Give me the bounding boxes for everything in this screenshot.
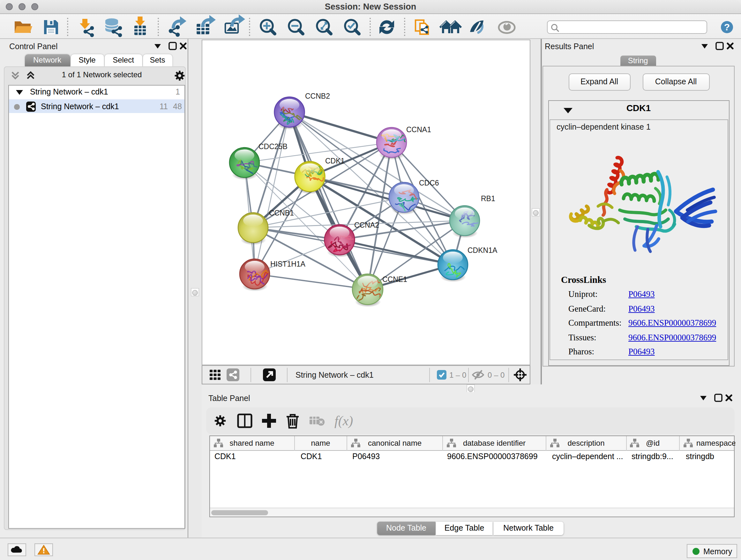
svg-text:CCNB2: CCNB2 xyxy=(305,91,330,100)
svg-text:CCNA2: CCNA2 xyxy=(354,221,379,229)
svg-text:HIST1H1A: HIST1H1A xyxy=(270,260,306,268)
svg-text:?: ? xyxy=(724,21,730,32)
svg-text:CCNE1: CCNE1 xyxy=(382,275,407,283)
svg-text:CDC6: CDC6 xyxy=(419,179,439,187)
svg-text:CCNA1: CCNA1 xyxy=(406,125,431,133)
svg-text:1 – 0: 1 – 0 xyxy=(449,370,466,379)
svg-text:CDC25B: CDC25B xyxy=(258,142,287,150)
svg-text:0 – 0: 0 – 0 xyxy=(487,370,504,379)
svg-text:String Network – cdk1: String Network – cdk1 xyxy=(295,370,374,379)
svg-text:RB1: RB1 xyxy=(481,194,495,202)
svg-text:CDKN1A: CDKN1A xyxy=(467,246,497,254)
svg-text:CDK1: CDK1 xyxy=(325,157,344,165)
svg-text:CCNB1: CCNB1 xyxy=(269,208,293,217)
svg-text:f(x): f(x) xyxy=(334,413,353,428)
